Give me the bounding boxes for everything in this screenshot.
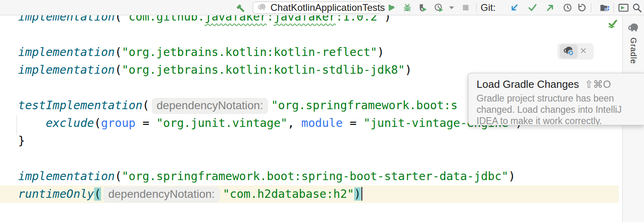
project-structure-icon[interactable] [600, 3, 610, 12]
matched-brace: ( [94, 187, 101, 201]
indent-guide [17, 115, 17, 135]
code-token: "org.jetbrains.kotlin:kotlin-reflect" [122, 46, 377, 59]
code-token: ) [405, 63, 412, 77]
gradle-stripe-label[interactable]: Gradle [629, 37, 638, 64]
run-configuration-select[interactable]: ChatKotlinApplicationTests [253, 2, 381, 14]
code-token: ( [142, 99, 149, 112]
code-token: testImplementation [18, 99, 142, 112]
code-token: "com.h2database:h2" [223, 187, 354, 201]
code-line[interactable] [0, 26, 619, 44]
rollback-icon[interactable] [577, 3, 586, 12]
debug-icon[interactable] [402, 3, 412, 12]
popup-body: Gradle project structure has been change… [477, 93, 638, 125]
build-hammer-icon[interactable] [235, 3, 245, 12]
code-token: implementation [18, 46, 115, 59]
code-token: ) [508, 170, 515, 183]
code-token: ( [115, 46, 122, 59]
code-token: exclude [46, 116, 94, 130]
code-line[interactable]: } [0, 132, 619, 150]
ide-window: implementation("com.github.javafaker:jav… [0, 0, 644, 222]
code-token: } [18, 134, 25, 147]
code-token: module [301, 116, 343, 130]
stop-icon [462, 4, 469, 11]
code-line[interactable] [0, 150, 619, 168]
run-with-coverage-icon[interactable] [418, 3, 427, 12]
code-token: ( [94, 116, 101, 130]
profiler-icon[interactable] [434, 3, 444, 12]
code-token: "org.springframework.boot:s [271, 99, 458, 112]
code-line[interactable]: implementation("org.springframework.boot… [0, 168, 619, 185]
code-token: ) [377, 46, 384, 59]
code-token: "org.junit.vintage" [156, 116, 287, 130]
run-icon[interactable] [387, 3, 396, 12]
git-update-icon[interactable] [510, 3, 519, 12]
code-token: = [136, 116, 156, 130]
gradle-reload-widget: × [557, 43, 594, 60]
run-anything-terminal-icon[interactable] [618, 3, 629, 12]
code-token: runtimeOnly [18, 187, 94, 201]
git-push-icon[interactable] [545, 3, 555, 12]
toolbar-separator [476, 3, 477, 12]
search-everywhere-icon[interactable] [632, 3, 642, 12]
current-code-line[interactable]: runtimeOnly(dependencyNotation:"com.h2da… [0, 185, 619, 203]
popup-title: Load Gradle Changes [477, 78, 579, 90]
code-token: group [101, 116, 136, 130]
code-token: "org.jetbrains.kotlin:kotlin-stdlib-jdk8… [122, 63, 405, 77]
load-gradle-changes-popup[interactable]: Load Gradle Changes ⇧⌘O Gradle project s… [468, 73, 644, 125]
git-commit-icon[interactable] [528, 3, 537, 12]
main-toolbar: ChatKotlinApplicationTests [0, 0, 644, 15]
popup-shortcut: ⇧⌘O [584, 79, 611, 90]
code-token: implementation [18, 63, 115, 77]
git-label: Git: [481, 2, 495, 13]
code-token: , [287, 116, 301, 130]
toolbar-separator [613, 3, 614, 12]
gradle-elephant-icon[interactable] [627, 22, 640, 34]
history-icon[interactable] [563, 3, 572, 12]
gradle-refresh-icon [563, 46, 575, 58]
gradle-elephant-icon [257, 3, 267, 12]
run-configuration-label: ChatKotlinApplicationTests [270, 2, 385, 13]
profiler-dropdown-caret-icon[interactable] [449, 6, 454, 9]
param-name-hint: dependencyNotation: [152, 98, 268, 114]
text-caret [361, 187, 363, 201]
close-icon[interactable]: × [580, 45, 586, 58]
code-token: implementation [18, 170, 115, 183]
code-token: = [343, 116, 363, 130]
inspections-ok-icon[interactable] [607, 18, 618, 35]
param-name-hint: dependencyNotation: [103, 187, 220, 203]
code-token: ( [115, 63, 122, 77]
load-gradle-changes-button[interactable] [560, 44, 578, 58]
code-token: "org.springframework.boot:spring-boot-st… [122, 170, 508, 183]
toolbar-separator [591, 3, 591, 12]
code-line[interactable]: implementation("org.jetbrains.kotlin:kot… [0, 44, 619, 61]
code-token: ( [115, 170, 122, 183]
code-token [18, 116, 46, 130]
matched-brace: ) [354, 187, 361, 201]
